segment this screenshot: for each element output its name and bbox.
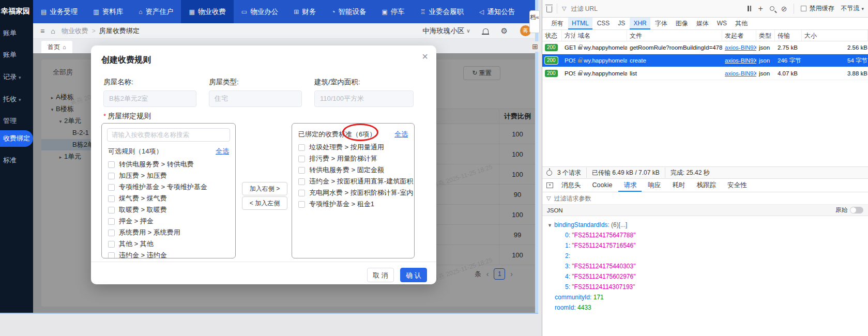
checkbox[interactable] [298,201,305,208]
filter-media[interactable]: 媒体 [693,18,712,29]
sidebar-item-collection[interactable]: 托收▾ [0,93,33,105]
tab-timings[interactable]: 耗时 [667,179,690,192]
url-filter-input[interactable] [571,5,743,12]
tab-cookie[interactable]: Cookie [587,179,618,192]
nav-item-notice[interactable]: ◁通知公告 [471,0,523,23]
add-icon[interactable]: + [758,6,763,12]
list-item[interactable]: 专项维护基金 > 专项维护基金 [108,181,235,193]
pause-icon[interactable] [748,6,751,11]
list-item[interactable]: 排污费 > 用量阶梯计算 [298,153,414,164]
checkbox[interactable] [108,184,115,191]
checkbox[interactable] [801,6,806,11]
move-to-left-button[interactable]: < 加入左侧 [242,196,287,210]
column-transferred[interactable]: 传输 [775,30,802,41]
clear-requests-icon[interactable] [546,6,552,12]
nav-item-library[interactable]: ▥资料库 [85,0,131,23]
nav-item-assets[interactable]: ⌂资产住户 [131,0,181,23]
house-name-input[interactable]: B栋2单元2室 [103,90,196,107]
list-item[interactable]: 转供电服务费 > 转供电费 [108,159,235,170]
grid-icon[interactable]: ⊞ [530,41,540,52]
filter-ws[interactable]: WS [713,18,730,29]
list-item[interactable]: 转供电服务费 > 固定金额 [298,164,414,176]
sidebar-item-management[interactable]: 管理 [0,115,33,127]
filter-html[interactable]: HTML [568,18,592,29]
list-item[interactable]: 其他 > 其他 [108,238,235,250]
select-all-right-link[interactable]: 全选 [394,130,408,139]
nav-item-office[interactable]: ▭物业办公 [234,0,286,23]
request-row-list[interactable]: 200 POST wy.happyhomela... list axios-Bl… [542,67,868,80]
checkbox[interactable] [108,195,115,202]
tab-security[interactable]: 安全性 [722,179,752,192]
tab-home[interactable]: 首页⌂ [41,41,72,53]
tab-request[interactable]: 请求 [618,179,642,192]
filter-fonts[interactable]: 字体 [651,18,671,29]
throttle-dropdown[interactable]: 不节流▾ [841,4,864,13]
column-size[interactable]: 大小 [802,30,868,41]
confirm-button[interactable]: 确 认 [400,268,427,282]
checkbox[interactable] [298,144,305,151]
tab-headers[interactable]: 消息头 [556,179,586,192]
list-item[interactable]: 系统费用 > 系统费用 [108,227,235,238]
home-icon[interactable]: ⌂ [51,27,55,35]
column-type[interactable]: 类型 [756,30,775,41]
column-domain[interactable]: 域名 [575,30,627,41]
sidebar-item-standard[interactable]: 标准 [0,154,33,166]
checkbox[interactable] [108,161,115,168]
community-selector[interactable]: 中海玫瑰小区∨ [422,26,470,36]
tab-response[interactable]: 响应 [643,179,666,192]
move-to-right-button[interactable]: 加入右侧 > [242,182,287,195]
checkbox[interactable] [108,207,115,213]
nav-item-parking[interactable]: ▣停车 [374,0,412,23]
nav-item-devices[interactable]: ◔智能设备 [324,0,374,23]
side-panel-handle[interactable]: 档« [529,10,540,33]
nav-item-finance[interactable]: ⊞财务 [286,0,324,23]
request-row-create-selected[interactable]: 200 POST wy.happyhomela... create axios-… [542,54,868,67]
list-item[interactable]: 专项维护基金 > 租金1 [298,198,414,210]
json-array-node[interactable]: ▼bindingStandardIds: (6)[...] [547,220,868,230]
cancel-button[interactable]: 取 消 [367,268,394,282]
disable-cache-checkbox[interactable]: 禁用缓存 [801,4,834,13]
checkbox[interactable] [108,241,115,248]
nav-item-committee[interactable]: ♖业委会履职 [413,0,471,23]
breadcrumb-section[interactable]: 物业收费 [62,26,88,36]
filter-css[interactable]: CSS [593,18,614,29]
checkbox[interactable] [298,167,305,174]
sidebar-item-bill-1[interactable]: 账单 [0,27,33,39]
checkbox[interactable] [108,230,115,236]
filter-js[interactable]: JS [614,18,629,29]
list-item[interactable]: 违约金 > 违约金 [108,250,235,258]
filter-images[interactable]: 图像 [672,18,692,29]
list-item[interactable]: 押金 > 押金 [108,216,235,227]
column-method[interactable]: 方法 [562,30,575,41]
checkbox[interactable] [298,190,305,196]
initiator-link[interactable]: axios-BlN9X... [725,70,756,77]
json-section-header[interactable]: JSON 原始 [542,205,868,216]
column-status[interactable]: 状态 [542,30,562,41]
list-item[interactable]: 违约金 > 按面积通用直算-建筑面积 [298,176,414,187]
checkbox[interactable] [108,173,115,179]
dock-panel-icon[interactable]: ▾ [546,182,553,188]
list-item[interactable]: 充电网水费 > 按面积阶梯计算-室内 [298,187,414,198]
column-file[interactable]: 文件 [627,30,722,41]
initiator-link[interactable]: axios-BlN9X... [725,57,756,64]
rule-search-input[interactable] [107,128,230,142]
nav-item-property-fee[interactable]: ▦物业收费 [181,0,233,23]
list-item[interactable]: 煤气费 > 煤气费 [108,193,235,204]
filter-xhr[interactable]: XHR [630,18,650,29]
initiator-link[interactable]: axios-BlN9X... [725,44,756,51]
sidebar-item-records[interactable]: 记录▾ [0,71,33,83]
params-filter-input[interactable] [554,195,864,202]
close-icon[interactable]: × [422,51,428,63]
list-item[interactable]: 垃圾处理费 > 按用量通用 [298,142,414,153]
block-icon[interactable]: ⊘ [781,5,787,13]
sidebar-item-bill-2[interactable]: 账单 [0,49,33,61]
list-item[interactable]: 取暖费 > 取暖费 [108,204,235,216]
raw-toggle-switch[interactable] [850,207,863,213]
gear-icon[interactable]: ⚙ [501,26,508,36]
list-item[interactable]: 加压费 > 加压费 [108,170,235,181]
house-type-input[interactable]: 住宅 [209,90,302,107]
tree-expanded-icon[interactable]: ▼ [547,223,552,228]
request-row-getroomrule[interactable]: 200 GET wy.happyhomela... getRoomRule?ro… [542,41,868,54]
area-input[interactable]: 110/100平方米 [314,90,414,107]
column-initiator[interactable]: 发起者 [722,30,756,41]
